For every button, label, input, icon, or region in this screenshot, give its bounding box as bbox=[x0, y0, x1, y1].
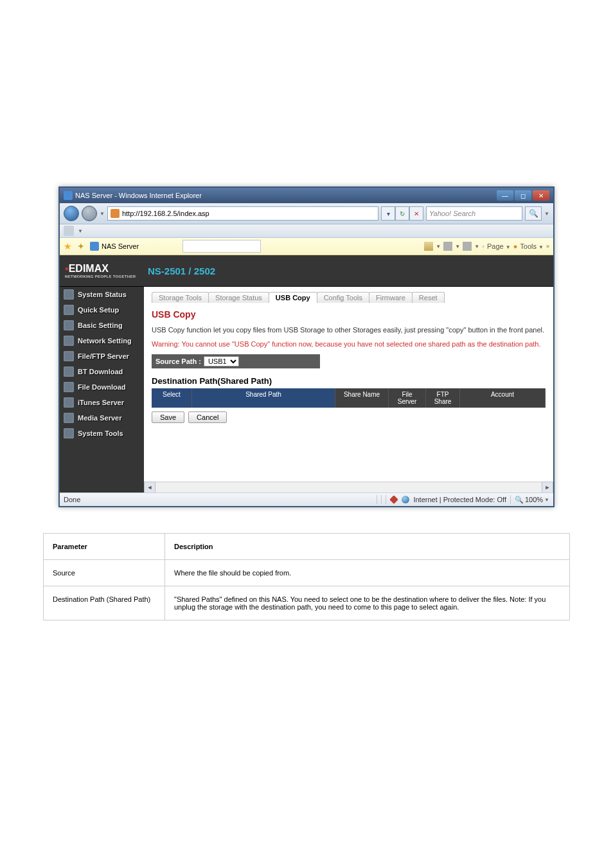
url-text: http://192.168.2.5/index.asp bbox=[122, 210, 209, 217]
help-row: Destination Path (Shared Path) "Shared P… bbox=[44, 586, 570, 620]
feeds-dropdown-icon[interactable]: ▼ bbox=[455, 244, 460, 249]
feeds-icon[interactable] bbox=[443, 242, 452, 251]
window-title: NAS Server - Windows Internet Explorer bbox=[75, 192, 202, 199]
status-icon bbox=[64, 289, 74, 300]
help-header-param: Parameter bbox=[53, 543, 87, 550]
tab-storage-status[interactable]: Storage Status bbox=[208, 292, 269, 303]
stop-button[interactable]: ✕ bbox=[409, 206, 423, 221]
save-button[interactable]: Save bbox=[152, 411, 184, 423]
refresh-button[interactable]: ↻ bbox=[395, 206, 409, 221]
network-icon bbox=[64, 336, 74, 346]
search-button[interactable]: 🔍 bbox=[525, 206, 542, 221]
browser-tab[interactable]: NAS Server bbox=[90, 242, 139, 251]
url-favicon-icon bbox=[111, 209, 120, 218]
tab-title: NAS Server bbox=[102, 242, 139, 250]
help-table: Parameter Description Source Where the f… bbox=[43, 533, 570, 620]
back-button[interactable] bbox=[64, 206, 79, 221]
zoom-icon: 🔍 bbox=[515, 496, 524, 504]
help-row: Source Where the file should be copied f… bbox=[44, 560, 570, 586]
col-file-server: File Server bbox=[389, 388, 426, 408]
tab-firmware[interactable]: Firmware bbox=[369, 292, 413, 303]
favorites-star-icon[interactable]: ★ bbox=[64, 241, 72, 251]
url-dropdown-icon[interactable]: ▾ bbox=[381, 206, 395, 221]
url-input[interactable]: http://192.168.2.5/index.asp bbox=[107, 206, 378, 221]
window-titlebar: NAS Server - Windows Internet Explorer —… bbox=[60, 188, 553, 203]
zoom-control[interactable]: 🔍 100% ▼ bbox=[515, 496, 549, 504]
search-placeholder: Yahoo! Search bbox=[429, 210, 475, 217]
page-menu[interactable]: Page ▼ bbox=[487, 242, 511, 250]
tab-usb-copy[interactable]: USB Copy bbox=[269, 292, 317, 303]
brand-logo: ▪EDIMAX NETWORKING PEOPLE TOGETHER bbox=[60, 263, 144, 278]
add-favorites-icon[interactable]: ✦ bbox=[77, 241, 85, 251]
status-bar: Done Internet | Protected Mode: Off 🔍 10… bbox=[60, 493, 553, 506]
basic-icon bbox=[64, 320, 74, 330]
zoom-dropdown-icon[interactable]: ▼ bbox=[544, 497, 549, 503]
search-dropdown-icon[interactable]: ▼ bbox=[544, 211, 549, 217]
maximize-button[interactable]: ◻ bbox=[515, 190, 531, 201]
tab-reset[interactable]: Reset bbox=[412, 292, 445, 303]
tools-menu[interactable]: Tools ▼ bbox=[520, 242, 544, 250]
chevron-icon[interactable]: » bbox=[546, 243, 549, 249]
ie-icon bbox=[64, 191, 73, 200]
scroll-left-icon[interactable]: ◄ bbox=[144, 482, 155, 493]
menu-dropdown-icon[interactable]: ▼ bbox=[78, 228, 83, 234]
help-header-desc: Description bbox=[174, 543, 213, 550]
page-dot-icon: ◦ bbox=[482, 242, 484, 250]
forward-button[interactable] bbox=[82, 206, 97, 221]
col-shared-path: Shared Path bbox=[192, 388, 335, 408]
page-tabs: Storage Tools Storage Status USB Copy Co… bbox=[152, 292, 546, 303]
app-header: ▪EDIMAX NETWORKING PEOPLE TOGETHER NS-25… bbox=[60, 255, 553, 287]
col-account: Account bbox=[460, 388, 546, 408]
help-desc-1: "Shared Paths" defined on this NAS. You … bbox=[165, 586, 570, 620]
bt-icon bbox=[64, 366, 74, 377]
help-param-1: Destination Path (Shared Path) bbox=[44, 586, 165, 620]
status-zone: Internet | Protected Mode: Off bbox=[413, 496, 506, 503]
main-panel: Storage Tools Storage Status USB Copy Co… bbox=[144, 287, 553, 493]
sidebar-item-bt-download[interactable]: BT Download bbox=[60, 364, 144, 379]
sidebar-item-network-setting[interactable]: Network Setting bbox=[60, 333, 144, 348]
horizontal-scrollbar[interactable]: ◄ ► bbox=[144, 482, 553, 493]
address-bar: ▼ http://192.168.2.5/index.asp ▾ ↻ ✕ Yah… bbox=[60, 203, 553, 224]
sidebar-item-media[interactable]: Media Server bbox=[60, 410, 144, 426]
mail-icon[interactable] bbox=[463, 242, 472, 251]
setup-icon bbox=[64, 305, 74, 315]
new-tab-button[interactable] bbox=[182, 240, 261, 253]
compat-view-icon[interactable] bbox=[64, 226, 74, 236]
scroll-right-icon[interactable]: ► bbox=[542, 482, 553, 493]
home-icon[interactable] bbox=[424, 242, 433, 251]
search-input[interactable]: Yahoo! Search bbox=[426, 206, 522, 221]
minimize-button[interactable]: — bbox=[497, 190, 513, 201]
sidebar-item-file-ftp[interactable]: File/FTP Server bbox=[60, 348, 144, 364]
shield-icon bbox=[390, 495, 399, 504]
help-desc-0: Where the file should be copied from. bbox=[165, 560, 570, 586]
close-button[interactable]: ✕ bbox=[533, 190, 549, 201]
nav-dropdown-icon[interactable]: ▼ bbox=[100, 211, 105, 217]
destination-title: Destination Path(Shared Path) bbox=[152, 376, 546, 386]
sidebar-item-quick-setup[interactable]: Quick Setup bbox=[60, 302, 144, 318]
sidebar-item-system-tools[interactable]: System Tools bbox=[60, 426, 144, 441]
tools-icon bbox=[64, 428, 74, 439]
model-label: NS-2501 / 2502 bbox=[148, 266, 215, 276]
sidebar-item-itunes[interactable]: iTunes Server bbox=[60, 395, 144, 410]
mail-dropdown-icon[interactable]: ▼ bbox=[474, 244, 479, 249]
description-text: USB Copy function let you copy files fro… bbox=[152, 326, 546, 334]
tab-favicon-icon bbox=[90, 242, 99, 251]
internet-zone-icon bbox=[402, 496, 409, 503]
col-ftp-share: FTP Share bbox=[426, 388, 460, 408]
home-dropdown-icon[interactable]: ▼ bbox=[436, 244, 441, 249]
section-title: USB Copy bbox=[152, 309, 546, 320]
sidebar-item-basic-setting[interactable]: Basic Setting bbox=[60, 318, 144, 333]
sidebar-item-system-status[interactable]: System Status bbox=[60, 287, 144, 302]
menu-bar: ▼ bbox=[60, 224, 553, 238]
sidebar-item-file-download[interactable]: File Download bbox=[60, 379, 144, 395]
browser-window: NAS Server - Windows Internet Explorer —… bbox=[58, 186, 555, 507]
tab-config-tools[interactable]: Config Tools bbox=[317, 292, 369, 303]
zoom-value: 100% bbox=[525, 496, 543, 503]
tab-storage-tools[interactable]: Storage Tools bbox=[152, 292, 209, 303]
help-param-0: Source bbox=[44, 560, 165, 586]
cancel-button[interactable]: Cancel bbox=[188, 411, 227, 423]
status-done: Done bbox=[64, 496, 80, 503]
source-path-select[interactable]: USB1 bbox=[204, 356, 239, 366]
sidebar: System Status Quick Setup Basic Setting … bbox=[60, 287, 144, 493]
download-icon bbox=[64, 382, 74, 392]
